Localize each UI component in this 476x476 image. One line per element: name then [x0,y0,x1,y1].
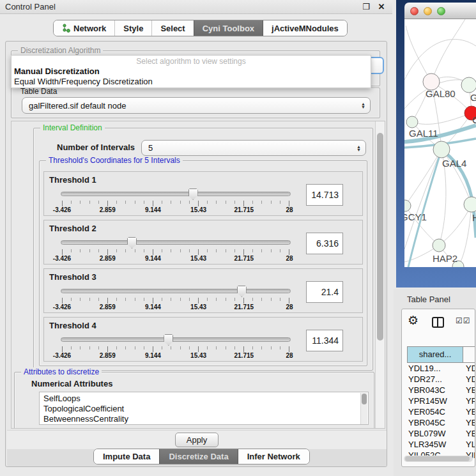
threshold-2-value-field[interactable]: 6.316 [306,233,343,254]
node-label: H [472,212,476,223]
combo-spinner-icon: ▲▼ [357,141,361,155]
mac-close-button[interactable] [410,7,418,15]
columns-icon[interactable] [432,317,444,328]
threshold-1-value-field[interactable]: 14.713 [306,184,343,206]
table-panel-box: ⚙ ☑☑ shared... name YDL19...YDL1 YDR27..… [401,309,475,467]
list-item[interactable]: SelfLoops [43,394,368,404]
table-data-label: Table Data [18,87,59,96]
table-data-value: galFiltered.sif default node [29,101,126,111]
node-table: shared... name YDL19...YDL1 YDR27...YDR2… [407,346,475,461]
cyni-bottom-tabs: Impute Data Discretize Data Infer Networ… [93,449,310,464]
option-equal-width-frequency[interactable]: Equal Width/Frequency Discretization [14,77,153,86]
threshold-2-slider[interactable] [61,240,291,245]
network-icon [62,24,70,33]
option-manual-discretization[interactable]: Manual Discretization [14,66,100,76]
close-icon[interactable]: ✕ [376,1,387,13]
network-view-window: GAL80 G C GAL11 GAL4 GCY1 H HAP2 [396,0,476,288]
list-item[interactable]: BetweennessCentrality [43,414,368,424]
node-gal11[interactable] [406,116,418,128]
number-of-intervals-combobox[interactable]: 5 ▲▼ [141,140,366,156]
table-data-combobox[interactable]: galFiltered.sif default node ▲▼ [22,97,371,114]
threshold-3-slider[interactable] [61,289,291,293]
numerical-attributes-heading: Numerical Attributes [31,379,112,388]
tab-network[interactable]: Network [54,20,115,36]
tab-style[interactable]: Style [115,20,152,36]
node-hap2[interactable] [433,239,445,252]
table-row[interactable]: YDL19...YDL1 [407,363,475,374]
mac-zoom-button[interactable] [437,7,445,15]
threshold-4-slider[interactable] [61,337,291,342]
threshold-coordinates-label: Threshold's Coordinates for 5 Intervals [46,156,183,165]
mac-minimize-button[interactable] [424,7,432,15]
slider-thumb[interactable] [188,188,198,200]
table-row[interactable]: YER054CYER0 [407,406,475,417]
table-row[interactable]: YBL079WYBL0 [407,428,475,439]
apply-button[interactable]: Apply [175,433,219,447]
tab-infer-network[interactable]: Infer Network [238,449,309,464]
settings-scrollbar-thumb[interactable] [377,133,383,341]
table-header-row: shared... name [407,346,475,363]
slider-thumb[interactable] [127,237,137,249]
threshold-coordinates-group: Threshold's Coordinates for 5 Intervals … [39,160,367,366]
node[interactable] [464,197,476,212]
number-of-intervals-value: 5 [148,143,153,153]
interval-definition-label: Interval Definition [40,123,105,132]
threshold-4-value-field[interactable]: 11.344 [306,330,343,351]
slider-thumb[interactable] [164,334,173,346]
node-gal4[interactable] [433,141,450,158]
attributes-group: Attributes to discretize Numerical Attri… [14,372,374,429]
list-scrollbar-thumb[interactable] [362,394,367,404]
list-scrollbar[interactable] [360,393,367,425]
threshold-3-panel: Threshold 3 -3.4262.8599.14415.4321.7152… [43,268,363,313]
table-row[interactable]: YPR145WYPR1 [407,395,475,406]
cyni-toolbox-panel: Discretization Algorithm Select algorith… [5,41,387,467]
node-gcy1[interactable] [404,200,411,211]
threshold-1-panel: Threshold 1 -3.4262.8599.14415.4321.7152… [43,171,363,216]
select-checkboxes-icon[interactable]: ☑☑ [456,316,471,325]
table-row[interactable]: YBR043CYBR0 [407,385,475,395]
slider-thumb[interactable] [237,286,247,297]
gear-icon[interactable]: ⚙ [408,314,418,327]
node[interactable] [461,77,476,93]
column-header-shared[interactable]: shared... [407,346,463,363]
slider-ticks [62,346,289,352]
algorithm-dropdown-popup: Select algorithm to view settings Manual… [11,55,371,88]
settings-scroll-area: Interval Definition Number of Intervals … [11,121,385,429]
node-label: GAL11 [409,128,438,139]
combo-spinner-icon: ▲▼ [361,98,365,113]
table-horizontal-scrollbar[interactable] [404,456,473,462]
tab-jactivemnodules[interactable]: jActiveMNodules [263,20,347,36]
threshold-3-value-field[interactable]: 21.4 [306,281,343,303]
table-row[interactable]: YLR345WYLR3 [407,439,475,450]
slider-tick-labels: -3.4262.8599.14415.4321.71528 [62,352,289,360]
network-window-titlebar[interactable] [404,3,476,19]
table-scrollbar-thumb[interactable] [405,456,470,461]
settings-scrollbar[interactable] [375,121,385,428]
apply-row: Apply [7,430,387,449]
list-item[interactable]: TopologicalCoefficient [43,404,368,414]
table-panel: Table Panel ⚙ ☑☑ shared... name YDL19...… [394,289,476,476]
column-header-name[interactable]: name [463,346,475,363]
tab-network-label: Network [73,24,106,33]
panel-title: Control Panel [5,2,56,12]
slider-ticks [62,201,289,206]
slider-ticks [62,298,289,303]
threshold-1-slider[interactable] [61,192,291,196]
network-canvas[interactable]: GAL80 G C GAL11 GAL4 GCY1 H HAP2 [404,19,476,267]
node-label: GAL80 [426,88,456,99]
tab-select[interactable]: Select [152,20,194,36]
node-label: G [470,92,476,103]
float-window-icon[interactable]: ❒ [360,1,372,13]
slider-tick-labels: -3.4262.8599.14415.4321.71528 [62,303,289,311]
tab-discretize-data[interactable]: Discretize Data [160,449,237,464]
slider-tick-labels: -3.4262.8599.14415.4321.71528 [62,255,289,263]
tab-impute-data[interactable]: Impute Data [94,449,160,464]
table-panel-title: Table Panel [407,295,450,304]
control-panel-titlebar: Control Panel ❒ ✕ [0,0,392,14]
tab-cyni-toolbox[interactable]: Cyni Toolbox [194,20,263,36]
algorithm-hint: Select algorithm to view settings [12,57,371,66]
node-label: C [472,114,476,125]
discretization-algorithm-label: Discretization Algorithm [18,46,103,55]
table-row[interactable]: YBR045CYBR0 [407,417,475,428]
table-row[interactable]: YDR27...YDR2 [407,374,475,385]
